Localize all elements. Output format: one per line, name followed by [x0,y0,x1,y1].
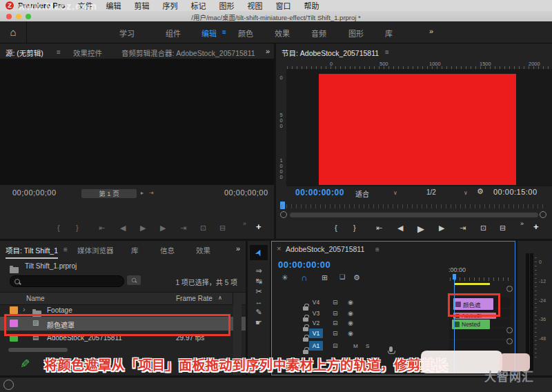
program-panel-menu-icon[interactable]: ≡ [385,48,389,56]
source-panel-menu-icon[interactable]: ≡ [57,48,61,56]
list-header[interactable]: Name Frame Rate ∧ [0,292,246,305]
source-step-back-button[interactable]: ◀ [120,224,126,233]
ripple-edit-tool[interactable]: ↹ [255,276,262,286]
selection-tool[interactable]: ➤ [250,245,268,260]
menu-item-clip[interactable]: 剪辑 [134,0,149,11]
program-scrub-ruler[interactable] [282,204,544,208]
tab-info[interactable]: 信息 [160,245,175,255]
snap-toggle-icon[interactable]: ∩ [301,273,307,283]
linked-selection-toggle-icon[interactable]: ⊞ [322,273,328,282]
source-go-to-in-button[interactable]: ⇤ [99,224,105,233]
program-transport-overflow-icon[interactable]: » [520,220,524,227]
project-panel-menu-icon[interactable]: ≡ [63,246,68,253]
timeline-timecode[interactable]: 00:00:00:00 [278,259,331,270]
source-insert-button[interactable]: ⊡ [200,224,206,233]
menu-item-file[interactable]: 文件 [77,0,92,11]
source-step-forward-button[interactable]: ▶ [160,224,166,233]
home-button[interactable]: ⌂ [0,21,27,43]
tab-effects[interactable]: 效果 [196,245,210,255]
menu-item-view[interactable]: 视图 [247,0,262,11]
program-play-button[interactable]: ▶ [417,224,424,234]
column-frame-rate[interactable]: Frame Rate [176,295,213,302]
razor-tool[interactable]: ✂ [255,286,262,297]
source-play-button[interactable]: ▶ [140,224,146,233]
slip-tool[interactable]: ↔ [255,297,263,307]
source-assign-icon[interactable]: ⊟ [333,320,338,326]
sync-status-icon[interactable] [3,380,14,390]
program-mark-in-button[interactable]: { [335,224,337,232]
zoom-fit-dropdown[interactable]: 适合 [355,188,369,199]
tab-media-browser[interactable]: 媒体浏览器 [77,245,114,255]
mute-button[interactable]: M [353,343,358,349]
workspace-tab-libraries[interactable]: 库 [385,28,393,39]
find-in-bin-button[interactable] [127,275,141,285]
menu-item-markers[interactable]: 标记 [190,0,206,11]
project-tabs-overflow-icon[interactable]: » [236,244,240,253]
solo-button[interactable]: S [366,343,369,349]
menu-item-window[interactable]: 窗口 [275,0,290,11]
source-mark-in-button[interactable]: { [57,224,60,232]
workspace-tab-learning[interactable]: 学习 [119,28,135,39]
track-name[interactable]: V3 [309,310,323,317]
timeline-settings-wrench-icon[interactable]: ⚙ [353,273,360,282]
column-name[interactable]: Name [26,295,45,302]
track-header-v2[interactable]: V2 ⊟ ◉ [272,319,448,327]
app-menu-premiere-pro[interactable]: Premiere Pro [18,1,65,10]
program-scrollbar[interactable] [290,213,538,217]
close-panel-icon[interactable]: × [277,244,281,253]
program-button-editor-icon[interactable]: + [533,222,539,232]
project-file-name[interactable]: Tilt Shift_1.prproj [25,262,77,270]
workspace-tab-graphics[interactable]: 图形 [348,28,364,39]
tab-effect-controls[interactable]: 效果控件 [73,48,102,58]
timeline-scroll-handle-mid[interactable] [506,327,513,333]
program-go-to-in-button[interactable]: ⇤ [376,224,382,233]
source-go-to-out-button[interactable]: ⇥ [180,224,186,233]
source-tabs-overflow-icon[interactable]: » [266,47,270,55]
track-name[interactable]: V2 [309,320,323,326]
program-mark-out-button[interactable]: } [353,224,356,232]
expander-icon[interactable]: › [23,305,26,313]
timeline-panel-menu-icon[interactable]: ≡ [375,246,379,253]
page-out-icon[interactable]: ⇥ [149,190,154,196]
label-color-chip[interactable] [10,306,18,314]
page-next-icon[interactable]: ▸ [141,190,144,196]
program-step-back-button[interactable]: ◀ [397,224,403,233]
track-name[interactable]: V4 [309,299,323,306]
workspace-tab-editing[interactable]: 编辑 [201,28,217,39]
menu-item-sequence[interactable]: 序列 [162,0,177,11]
fit-chevron-icon[interactable]: ∨ [393,190,397,196]
workspace-tab-color[interactable]: 颜色 [238,28,253,39]
program-step-forward-button[interactable]: ▶ [439,224,444,233]
track-output-eye-icon[interactable]: ◉ [348,299,353,306]
workspace-overflow-icon[interactable]: » [429,27,433,35]
menu-item-help[interactable]: 帮助 [304,0,319,11]
resolution-chevron-icon[interactable]: ∨ [464,190,468,196]
program-scroll-right-handle[interactable] [540,211,546,218]
source-mark-out-button[interactable]: } [76,224,79,232]
track-output-eye-icon[interactable]: ◉ [348,310,353,317]
workspace-tab-audio[interactable]: 音频 [311,28,326,39]
track-header-v1[interactable]: V1 ⊟ ◉ [272,329,448,339]
program-lift-button[interactable]: ⊡ [480,224,486,233]
playback-resolution-dropdown[interactable]: 1/2 [426,188,436,196]
tab-project[interactable]: 项目: Tilt Shift_1 [6,245,58,259]
track-select-forward-tool[interactable]: ⇒ [255,266,262,276]
add-marker-button-icon[interactable]: ❑ [339,273,345,280]
track-name-targeted[interactable]: V1 [309,329,323,338]
hand-tool[interactable]: ☛ [255,317,262,328]
source-overwrite-button[interactable]: ⊟ [219,224,226,233]
menu-item-edit[interactable]: 编辑 [106,0,121,11]
program-extract-button[interactable]: ⊟ [500,224,506,233]
sort-ascending-icon[interactable]: ∧ [218,295,222,301]
workspace-tab-effects[interactable]: 效果 [275,28,290,39]
source-assign-icon[interactable]: ⊟ [333,330,338,337]
timeline-scroll-handle-top[interactable] [506,286,513,292]
source-transport-overflow-icon[interactable]: » [243,220,246,227]
source-assign-icon[interactable]: ⊟ [333,342,338,349]
timeline-ruler[interactable] [450,277,509,281]
tab-libraries[interactable]: 库 [131,245,139,255]
pen-tool[interactable]: ✎ [255,307,262,317]
track-header-v3[interactable]: V3 ⊟ ◉ [272,309,448,317]
track-name-targeted[interactable]: A1 [309,341,323,351]
item-name[interactable]: Footage [47,306,72,314]
